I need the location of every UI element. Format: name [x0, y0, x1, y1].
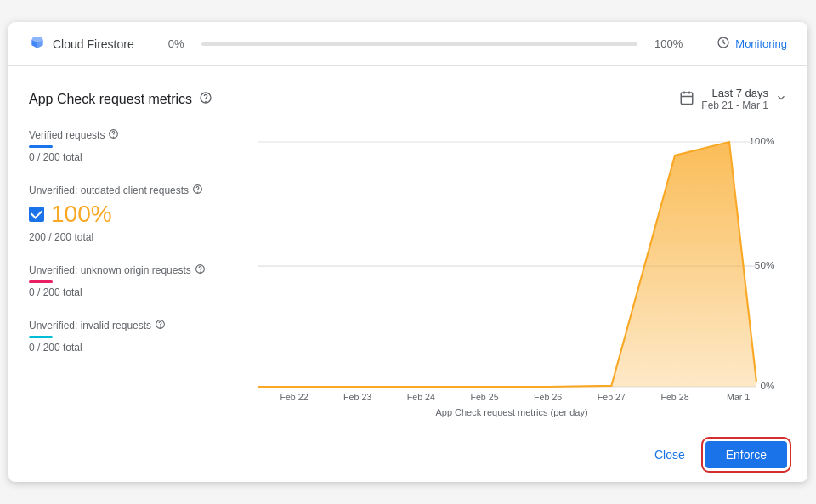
date-range-selector[interactable]: Last 7 days Feb 21 - Mar 1 [679, 87, 787, 111]
help-icon-invalid[interactable] [155, 319, 166, 332]
metric-invalid-value: 0 / 200 total [29, 342, 216, 354]
chart-container: 100% 50% 0% [236, 128, 787, 417]
date-range-sublabel: Feb 21 - Mar 1 [701, 99, 768, 111]
svg-text:Mar 1: Mar 1 [727, 392, 750, 400]
section-title-text: App Check request metrics [29, 92, 192, 107]
date-range-text: Last 7 days Feb 21 - Mar 1 [701, 87, 768, 111]
metric-verified: Verified requests 0 / 200 total [29, 128, 216, 163]
enforce-button[interactable]: Enforce [706, 441, 787, 468]
metric-unknown-label: Unverified: unknown origin requests [29, 263, 216, 277]
service-label: Cloud Firestore [53, 37, 134, 51]
section-title: App Check request metrics [29, 91, 212, 108]
metric-invalid-label: Unverified: invalid requests [29, 319, 216, 332]
main-content: App Check request metrics [8, 66, 808, 431]
svg-text:Feb 25: Feb 25 [470, 392, 498, 400]
svg-text:Feb 27: Feb 27 [598, 392, 626, 400]
chart-svg: 100% 50% 0% [236, 128, 787, 400]
help-icon[interactable] [199, 91, 212, 108]
close-button[interactable]: Close [641, 441, 699, 468]
dialog: Cloud Firestore 0% 100% Monitoring App C… [8, 22, 808, 482]
svg-text:100%: 100% [749, 135, 774, 146]
service-name: Cloud Firestore [29, 34, 134, 54]
metric-verified-label: Verified requests [29, 128, 216, 142]
svg-point-2 [206, 101, 207, 102]
svg-text:Feb 24: Feb 24 [407, 392, 435, 400]
metric-unknown-line [29, 280, 53, 283]
firestore-icon [29, 34, 46, 54]
date-range-title: Last 7 days [712, 87, 769, 99]
metric-verified-value: 0 / 200 total [29, 151, 216, 163]
svg-text:Feb 26: Feb 26 [534, 392, 562, 400]
help-icon-outdated[interactable] [192, 184, 203, 197]
chart-area: Verified requests 0 / 200 total Unverifi… [29, 128, 787, 417]
svg-point-14 [160, 327, 161, 328]
svg-point-8 [114, 137, 115, 138]
metric-invalid-line [29, 336, 53, 338]
svg-point-10 [197, 192, 198, 193]
metric-outdated-bigvalue: 100% [51, 201, 112, 228]
metric-verified-line [29, 145, 53, 148]
progress-min: 0% [168, 37, 184, 50]
metrics-list: Verified requests 0 / 200 total Unverifi… [29, 128, 216, 417]
progress-bar [201, 42, 638, 46]
calendar-icon [679, 90, 694, 108]
help-icon-unknown[interactable] [195, 263, 206, 277]
metric-outdated-big: 100% [29, 201, 216, 228]
metric-outdated: Unverified: outdated client requests 100… [29, 184, 216, 243]
metric-invalid: Unverified: invalid requests 0 / 200 tot… [29, 319, 216, 354]
svg-text:Feb 22: Feb 22 [280, 392, 308, 400]
chevron-down-icon [775, 92, 787, 106]
footer: Close Enforce [8, 431, 808, 482]
svg-rect-3 [682, 93, 694, 105]
monitoring-link[interactable]: Monitoring [717, 36, 787, 52]
metric-outdated-value: 200 / 200 total [29, 231, 216, 243]
monitoring-label: Monitoring [735, 37, 787, 50]
metric-unknown: Unverified: unknown origin requests 0 / … [29, 263, 216, 298]
svg-text:50%: 50% [755, 259, 774, 270]
svg-text:Feb 23: Feb 23 [343, 392, 371, 400]
svg-text:Feb 28: Feb 28 [660, 392, 688, 400]
svg-text:0%: 0% [760, 380, 774, 391]
clock-icon [717, 36, 730, 52]
help-icon-verified[interactable] [108, 128, 119, 142]
progress-max: 100% [654, 37, 683, 50]
checkbox-outdated [29, 207, 44, 222]
section-header: App Check request metrics [29, 87, 787, 111]
metric-unknown-value: 0 / 200 total [29, 286, 216, 298]
top-bar: Cloud Firestore 0% 100% Monitoring [8, 22, 808, 66]
svg-point-12 [200, 272, 201, 273]
chart-x-axis-label: App Check request metrics (per day) [236, 407, 787, 417]
progress-section: 0% 100% [168, 37, 683, 50]
metric-outdated-label: Unverified: outdated client requests [29, 184, 216, 197]
